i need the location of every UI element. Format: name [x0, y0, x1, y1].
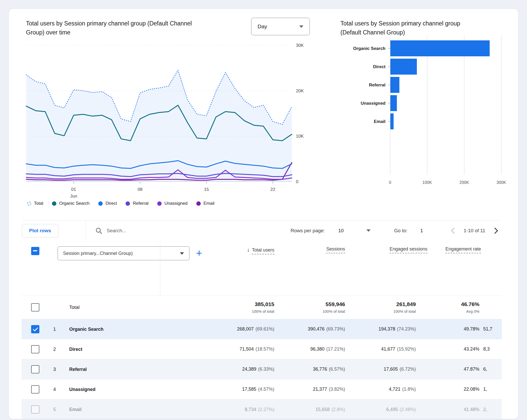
column-header-engaged-sessions[interactable]: Engaged sessions — [345, 245, 416, 253]
table-row: 4 Unassigned 17,585(4.57%) 21,377(3.82%)… — [22, 379, 502, 399]
plot-rows-button[interactable]: Plot rows — [22, 224, 58, 237]
row-metrics: 268,007(69.61%) 390,476(69.73%) 194,378(… — [160, 319, 502, 339]
channel-name: Direct — [69, 346, 82, 352]
svg-text:08: 08 — [138, 187, 143, 192]
svg-text:100K: 100K — [422, 180, 432, 185]
table-row: 3 Referral 24,389(6.33%) 36,776(6.57%) 1… — [22, 359, 502, 379]
metric-headers: ↓Total users Sessions Engaged sessions E… — [160, 245, 502, 273]
legend-item-organic-search[interactable]: Organic Search — [52, 201, 90, 206]
engaged-sessions-cell: 41,677(15.92%) — [345, 346, 416, 352]
row-metrics: 24,389(6.33%) 36,776(6.57%) 17,605(6.72%… — [160, 359, 502, 379]
engaged-sessions-cell: 4,721(1.8%) — [345, 387, 416, 392]
svg-text:0: 0 — [389, 180, 391, 185]
row-number: 3 — [49, 367, 60, 372]
total-label: Total — [69, 305, 80, 310]
chevron-down-icon[interactable] — [366, 229, 371, 232]
clipped-cell: 2, — [479, 407, 502, 412]
rows-per-page-label: Rows per page: — [291, 228, 325, 234]
engaged-sessions-cell: 194,378(74.23%) — [345, 326, 416, 332]
legend-label: Organic Search — [59, 201, 90, 206]
total-users-cell: 17,585(4.57%) — [160, 387, 274, 392]
svg-text:300K: 300K — [496, 180, 506, 185]
engagement-rate-cell: 49.78% — [416, 326, 479, 332]
legend-label: Referral — [133, 201, 148, 206]
row-checkbox[interactable] — [31, 405, 39, 414]
row-number: 4 — [49, 387, 60, 392]
dimension-selector-value: Session primary...Channel Group) — [63, 251, 133, 256]
table-body: 1 Organic Search 268,007(69.61%) 390,476… — [22, 319, 502, 419]
clipped-cell: 6, — [479, 367, 502, 372]
row-checkbox[interactable] — [31, 325, 39, 333]
svg-text:01: 01 — [71, 187, 76, 192]
channel-name: Referral — [69, 367, 87, 372]
rows-per-page-select[interactable]: 10 — [338, 228, 344, 234]
row-number: 2 — [49, 346, 60, 352]
svg-text:22: 22 — [270, 187, 275, 192]
row-checkbox[interactable] — [31, 303, 39, 311]
table-toolbar: Plot rows Rows per page: 10 Go to: 1 1-1… — [22, 220, 502, 241]
engagement-rate-cell: 47.87% — [416, 367, 479, 372]
row-checkbox[interactable] — [31, 365, 39, 373]
sessions-cell: 21,377(3.82%) — [274, 387, 345, 392]
timeseries-chart: 010K20K30K01Jun081522 — [24, 32, 312, 202]
sessions-cell: 36,776(6.57%) — [274, 367, 345, 372]
legend-label: Unassigned — [164, 201, 188, 206]
engaged-sessions-cell: 6,495(2.48%) — [345, 407, 416, 412]
row-checkbox[interactable] — [31, 345, 39, 353]
legend-label: Email — [204, 201, 215, 206]
engagement-rate-cell: 22.08% — [416, 387, 479, 392]
total-users-cell: 8,734(2.27%) — [160, 407, 274, 412]
svg-text:Direct: Direct — [373, 64, 386, 69]
legend-item-unassigned[interactable]: Unassigned — [157, 201, 188, 206]
column-header-total-users[interactable]: ↓Total users — [160, 245, 274, 255]
engaged-sessions-cell: 261,849 100% of total — [345, 301, 416, 314]
channels-bar-chart: 0100K200K300KOrganic SearchDirectReferra… — [336, 31, 516, 195]
channel-table: Plot rows Rows per page: 10 Go to: 1 1-1… — [22, 220, 502, 419]
prev-page-icon[interactable] — [449, 227, 457, 235]
channel-name: Organic Search — [69, 326, 103, 332]
svg-text:Unassigned: Unassigned — [361, 101, 385, 106]
go-to-label: Go to: — [394, 228, 408, 234]
row-number: 1 — [49, 326, 60, 332]
next-page-icon[interactable] — [492, 227, 500, 235]
clipped-cell: 8,3 — [479, 346, 502, 352]
engaged-sessions-cell: 17,605(6.72%) — [345, 367, 416, 372]
row-checkbox[interactable] — [31, 385, 39, 394]
clipped-cell: 51,7 — [479, 326, 502, 332]
sort-desc-icon: ↓ — [247, 247, 250, 253]
row-metrics: 71,504(18.57%) 96,380(17.21%) 41,677(15.… — [160, 339, 502, 359]
row-number: 5 — [49, 407, 60, 412]
table-header: Session primary...Channel Group) + ↓Tota… — [22, 241, 502, 296]
channel-name: Email — [69, 407, 82, 412]
table-row: 5 Email 8,734(2.27%) 15,658(2.8%) 6,495(… — [22, 399, 502, 419]
svg-text:Organic Search: Organic Search — [353, 46, 385, 51]
svg-text:200K: 200K — [459, 180, 469, 185]
svg-text:Email: Email — [374, 119, 385, 124]
svg-text:15: 15 — [204, 187, 209, 192]
legend-swatch-icon — [196, 201, 201, 206]
legend-item-email[interactable]: Email — [196, 201, 215, 206]
legend-swatch-icon — [52, 201, 56, 206]
total-users-cell: 385,015 100% of total — [160, 301, 274, 314]
svg-text:Jun: Jun — [70, 194, 77, 199]
engagement-rate-cell: 46.76% Avg 0% — [416, 301, 479, 314]
legend-item-referral[interactable]: Referral — [126, 201, 148, 206]
sessions-cell: 15,658(2.8%) — [274, 407, 345, 412]
pagination-range: 1-10 of 11 — [464, 228, 485, 234]
legend-item-direct[interactable]: Direct — [98, 201, 117, 206]
svg-text:0: 0 — [296, 179, 298, 184]
sessions-cell: 96,380(17.21%) — [274, 346, 345, 352]
svg-text:Referral: Referral — [369, 83, 385, 87]
chevron-down-icon — [299, 25, 303, 28]
select-all-checkbox[interactable] — [31, 247, 39, 255]
sessions-cell: 390,476(69.73%) — [274, 326, 345, 332]
svg-text:10K: 10K — [296, 134, 304, 139]
channel-name: Unassigned — [69, 387, 95, 392]
legend-label: Total — [34, 201, 43, 206]
column-header-sessions[interactable]: Sessions — [274, 245, 345, 253]
legend-swatch-icon — [98, 201, 103, 206]
column-header-engagement-rate[interactable]: Engagement rate — [416, 245, 479, 253]
go-to-input[interactable]: 1 — [420, 228, 423, 234]
search-input[interactable] — [107, 228, 192, 234]
legend-item-total[interactable]: Total — [27, 201, 43, 206]
